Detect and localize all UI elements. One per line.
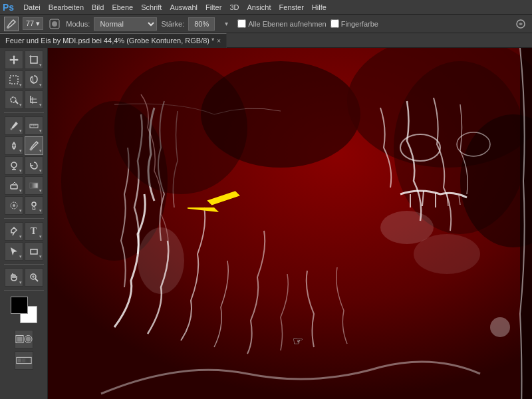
- menu-filter[interactable]: Filter: [201, 2, 225, 13]
- svg-point-47: [138, 227, 184, 294]
- ruler-tool[interactable]: ▾: [25, 116, 43, 135]
- menu-auswahl[interactable]: Auswahl: [166, 2, 201, 13]
- alle-ebenen-label[interactable]: Alle Ebenen aufnehmen: [237, 19, 326, 28]
- pressure-icon[interactable]: ▾: [219, 17, 233, 31]
- zoom-tool[interactable]: [25, 268, 43, 287]
- tool-row-bottom: [15, 330, 33, 348]
- tool-row-5: ▾ ▾: [5, 136, 43, 155]
- spot-healing-tool[interactable]: ▾: [5, 136, 23, 155]
- menu-datei[interactable]: Datei: [19, 2, 45, 13]
- tool-options-bar: 77 ▾ Modus: Normal Multiplizieren Abwede…: [0, 15, 532, 33]
- brush-preset-icon[interactable]: [47, 17, 62, 31]
- artwork: [48, 48, 532, 399]
- tool-divider-1: [4, 112, 44, 113]
- menu-ansicht[interactable]: Ansicht: [243, 2, 275, 13]
- menubar: Ps Datei Bearbeiten Bild Ebene Schrift A…: [0, 0, 532, 15]
- svg-point-2: [52, 21, 57, 27]
- tool-row-11: ▾: [5, 268, 43, 287]
- foreground-color-swatch[interactable]: [11, 297, 28, 314]
- svg-rect-19: [11, 185, 17, 189]
- crop-tool[interactable]: ▾: [25, 90, 43, 109]
- svg-point-10: [10, 128, 12, 130]
- modus-label: Modus:: [66, 20, 90, 28]
- svg-marker-51: [188, 181, 240, 233]
- eraser-tool[interactable]: ▾: [5, 176, 23, 195]
- alle-ebenen-checkbox[interactable]: [237, 19, 246, 28]
- staerke-input[interactable]: [188, 17, 215, 31]
- svg-point-17: [29, 148, 32, 151]
- svg-point-50: [114, 61, 247, 194]
- menu-bild[interactable]: Bild: [88, 2, 108, 13]
- quick-select-tool[interactable]: ▾: [5, 90, 23, 109]
- modus-select[interactable]: Normal Multiplizieren Abwedeln: [94, 17, 157, 31]
- text-tool[interactable]: T ▾: [25, 222, 43, 241]
- svg-rect-7: [10, 76, 18, 84]
- svg-point-22: [13, 204, 15, 207]
- tool-row-9: ▾ T ▾: [5, 222, 43, 241]
- move-tool[interactable]: [5, 51, 23, 69]
- menu-3d[interactable]: 3D: [225, 2, 243, 13]
- svg-point-23: [32, 202, 36, 206]
- tab-close-button[interactable]: ×: [217, 37, 221, 45]
- tool-divider-2: [4, 218, 44, 219]
- menu-ebene[interactable]: Ebene: [108, 2, 137, 13]
- shape-tool[interactable]: ▾: [25, 242, 43, 261]
- photoshop-logo: Ps: [3, 2, 14, 13]
- screen-mode-btn[interactable]: [15, 351, 33, 370]
- toolbox: ▾ ▾ ▾: [0, 48, 48, 399]
- menu-bearbeiten[interactable]: Bearbeiten: [45, 2, 88, 13]
- svg-point-0: [7, 27, 9, 29]
- svg-rect-30: [17, 336, 21, 341]
- menu-schrift[interactable]: Schrift: [137, 2, 166, 13]
- svg-rect-24: [31, 249, 37, 254]
- svg-rect-34: [17, 358, 21, 362]
- svg-point-18: [11, 162, 17, 168]
- artboard-tool[interactable]: ▾: [25, 51, 43, 69]
- tabbar: Feuer und Eis by MDI.psd bei 44,4% (Grob…: [0, 33, 532, 48]
- tool-row-2: ▾ ▾: [5, 70, 43, 89]
- svg-point-48: [490, 317, 510, 337]
- tool-row-10: ▾ ▾: [5, 242, 43, 261]
- document-tab[interactable]: Feuer und Eis by MDI.psd bei 44,4% (Grob…: [0, 33, 227, 48]
- tool-row-1: ▾: [5, 51, 43, 69]
- history-brush-tool[interactable]: ▾: [25, 156, 43, 175]
- canvas-area: ☞: [48, 48, 532, 399]
- tool-row-3: ▾ ▾: [5, 90, 43, 109]
- quick-mask-btn[interactable]: [15, 330, 33, 348]
- rectangular-marquee-tool[interactable]: ▾: [5, 70, 23, 89]
- 3d-rotate-icon[interactable]: [513, 17, 528, 31]
- yellow-arrow: [188, 181, 241, 234]
- svg-line-26: [35, 279, 38, 281]
- fingerfarbe-label[interactable]: Fingerfarbe: [331, 19, 378, 28]
- staerke-label: Stärke:: [161, 20, 184, 28]
- lasso-tool[interactable]: ▾: [25, 70, 43, 89]
- gradient-tool[interactable]: ▾: [25, 176, 43, 195]
- brush-tool-btn[interactable]: ▾: [25, 136, 43, 155]
- tool-row-7: ▾ ▾: [5, 176, 43, 195]
- tool-row-8: ▾ ▾: [5, 196, 43, 215]
- brush-tool-icon[interactable]: [4, 17, 19, 31]
- svg-rect-32: [25, 336, 30, 341]
- menu-hilfe[interactable]: Hilfe: [308, 2, 331, 13]
- svg-rect-36: [26, 358, 29, 362]
- fingerfarbe-checkbox[interactable]: [331, 19, 339, 28]
- brush-size-picker[interactable]: 77 ▾: [23, 17, 43, 30]
- hand-tool[interactable]: ▾: [5, 268, 23, 287]
- tool-row-screen: [15, 351, 33, 370]
- pen-tool[interactable]: ▾: [5, 222, 23, 241]
- color-swatches[interactable]: [11, 297, 37, 323]
- eyedropper-tool[interactable]: ▾: [5, 116, 23, 135]
- tool-divider-4: [4, 290, 44, 291]
- blur-tool[interactable]: ▾: [5, 196, 23, 215]
- clone-stamp-tool[interactable]: ▾: [5, 156, 23, 175]
- tab-title: Feuer und Eis by MDI.psd bei 44,4% (Grob…: [5, 37, 214, 45]
- main-area: ▾ ▾ ▾: [0, 48, 532, 399]
- svg-rect-35: [22, 358, 25, 362]
- svg-rect-20: [30, 183, 38, 188]
- path-select-tool[interactable]: ▾: [5, 242, 23, 261]
- svg-rect-4: [31, 57, 37, 63]
- dodge-tool[interactable]: ▾: [25, 196, 43, 215]
- tool-row-4: ▾ ▾: [5, 116, 43, 135]
- svg-point-46: [414, 234, 480, 274]
- menu-fenster[interactable]: Fenster: [275, 2, 308, 13]
